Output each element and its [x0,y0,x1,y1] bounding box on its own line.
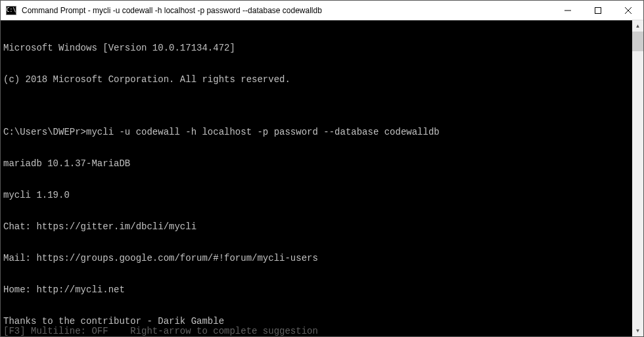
window-titlebar: C:\ Command Prompt - mycli -u codewall -… [1,1,643,20]
terminal-line: Mail: https://groups.google.com/forum/#!… [3,253,630,263]
terminal-line: Home: http://mycli.net [3,284,630,295]
svg-rect-1 [595,7,601,13]
close-icon [625,7,632,14]
scroll-thumb[interactable] [632,32,643,51]
terminal-line: mycli 1.19.0 [3,190,630,200]
app-icon: C:\ [6,6,16,15]
window-title: Command Prompt - mycli -u codewall -h lo… [22,6,553,15]
terminal-line: (c) 2018 Microsoft Corporation. All righ… [3,74,630,85]
status-hint: [F3] Multiline: OFF Right-arrow to compl… [3,326,318,336]
maximize-button[interactable] [583,1,613,20]
scroll-up-button[interactable]: ▲ [632,20,643,32]
minimize-button[interactable] [553,1,583,20]
maximize-icon [595,7,601,14]
terminal-line: Microsoft Windows [Version 10.0.17134.47… [3,43,630,53]
terminal-line: C:\Users\DWEPr>mycli -u codewall -h loca… [3,127,630,137]
vertical-scrollbar[interactable]: ▲ ▼ [632,20,643,336]
window-controls [553,1,643,20]
scroll-down-button[interactable]: ▼ [632,325,643,336]
terminal-line: Chat: https://gitter.im/dbcli/mycli [3,221,630,232]
terminal-container: Microsoft Windows [Version 10.0.17134.47… [1,20,643,336]
close-button[interactable] [613,1,643,20]
terminal-output[interactable]: Microsoft Windows [Version 10.0.17134.47… [1,20,632,336]
terminal-line: Thanks to the contributor - Darik Gamble [3,316,630,326]
minimize-icon [564,7,571,14]
terminal-line: mariadb 10.1.37-MariaDB [3,158,630,169]
